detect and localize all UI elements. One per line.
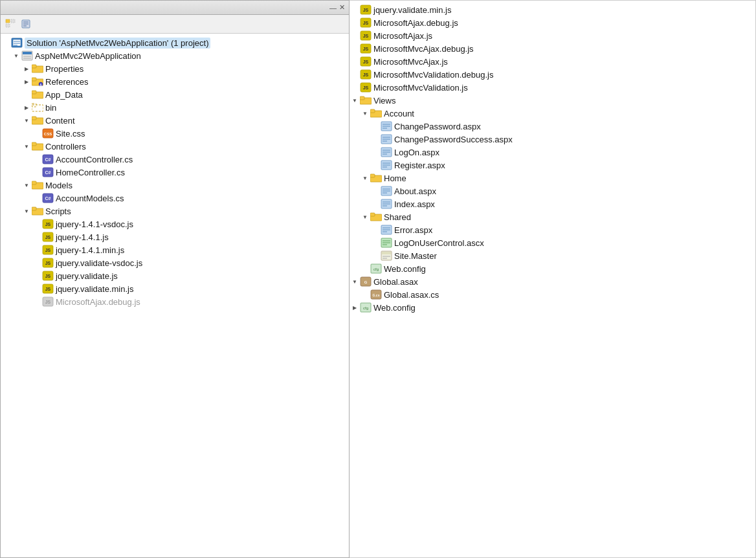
item-label-jquery_141_min: jquery-1.4.1.min.js [56, 245, 124, 255]
tree-item-jquery_validate[interactable]: JS jquery.validate.js [1, 269, 349, 282]
expand-btn-r_web_config[interactable]: ▶ [350, 302, 360, 313]
item-label-r_ms_mvc_ajax_debug: MicrosoftMvcAjax.debug.js [373, 44, 474, 54]
expand-btn-r_home[interactable]: ▼ [360, 173, 370, 183]
expand-btn-r_views[interactable]: ▼ [350, 95, 360, 106]
tree-item-site_css[interactable]: CSS Site.css [1, 127, 349, 140]
tree-item-r_jquery_validate_min[interactable]: JS jquery.validate.min.js [350, 3, 755, 16]
tree-item-jquery_vsdoc[interactable]: JS jquery-1.4.1-vsdoc.js [1, 218, 349, 230]
tree-item-r_global_asax[interactable]: ▼ G Global.asax [350, 275, 755, 288]
expand-btn-project[interactable]: ▼ [11, 50, 21, 61]
tree-item-r_ms_mvc_ajax_debug[interactable]: JS MicrosoftMvcAjax.debug.js [350, 42, 755, 55]
tree-item-r_web_config[interactable]: ▶ cfg Web.config [350, 301, 755, 314]
icon-aspx [381, 199, 392, 209]
item-label-project: AspNetMvc2WebApplication [35, 51, 141, 61]
item-label-site_css: Site.css [56, 129, 85, 139]
item-label-r_ms_mvc_validation_debug: MicrosoftMvcValidation.debug.js [373, 70, 493, 80]
tree-item-content[interactable]: ▼ Content [1, 114, 349, 127]
item-label-jquery_validate_min: jquery.validate.min.js [56, 284, 133, 294]
solution-explorer-panel: — ✕ Solution 'AspNetMvc2WebApplicati [0, 0, 350, 558]
icon-js-dim: JS [42, 296, 54, 307]
expand-btn-bin[interactable]: ▶ [21, 102, 32, 113]
tree-item-jquery_141_min[interactable]: JS jquery-1.4.1.min.js [1, 243, 349, 256]
expand-btn-r_global_asax[interactable]: ▼ [350, 276, 360, 287]
expand-btn-controllers[interactable]: ▼ [21, 141, 32, 151]
tree-item-r_ms_ajax_debug[interactable]: JS MicrosoftAjax.debug.js [350, 16, 755, 29]
tree-item-r_ms_ajax[interactable]: JS MicrosoftAjax.js [350, 29, 755, 42]
tree-item-controllers[interactable]: ▼ Controllers [1, 140, 349, 153]
icon-aspx [381, 121, 392, 131]
tree-item-r_home[interactable]: ▼ Home [350, 172, 755, 184]
item-label-solution: Solution 'AspNetMvc2WebApplication' (1 p… [25, 38, 210, 48]
tree-item-r_change_pwd[interactable]: ChangePassword.aspx [350, 120, 755, 133]
svg-text:&: & [39, 83, 42, 87]
tree-item-r_site_master[interactable]: Site.Master [350, 249, 755, 262]
expand-btn-r_ms_ajax_debug [350, 17, 360, 28]
tree-item-properties[interactable]: ▶ Properties [1, 62, 349, 75]
tree-item-r_error[interactable]: Error.aspx [350, 223, 755, 236]
tree-item-r_register[interactable]: Register.aspx [350, 159, 755, 172]
tree-item-r_views[interactable]: ▼ Views [350, 94, 755, 107]
tree-item-r_about[interactable]: About.aspx [350, 184, 755, 197]
expand-btn-r_shared[interactable]: ▼ [360, 212, 370, 222]
tree-item-models[interactable]: ▼ Models [1, 179, 349, 192]
svg-text:JS: JS [363, 73, 369, 77]
icon-aspx [381, 134, 392, 144]
tree-item-r_ms_mvc_ajax[interactable]: JS MicrosoftMvcAjax.js [350, 55, 755, 68]
show-all-files-button[interactable] [3, 17, 17, 31]
svg-rect-27 [32, 117, 36, 120]
expand-btn-r_ms_mvc_ajax [350, 56, 360, 67]
expand-btn-content[interactable]: ▼ [21, 115, 32, 126]
item-label-jquery_vsdoc: jquery-1.4.1-vsdoc.js [56, 219, 133, 229]
expand-btn-references[interactable]: ▶ [21, 76, 32, 87]
tree-item-jquery_validate_vsdoc[interactable]: JS jquery.validate-vsdoc.js [1, 256, 349, 269]
item-label-r_home: Home [384, 173, 406, 183]
svg-text:JS: JS [363, 60, 369, 64]
expand-btn-r_account[interactable]: ▼ [360, 108, 370, 118]
tree-item-jquery_141[interactable]: JS jquery-1.4.1.js [1, 230, 349, 243]
item-label-r_shared: Shared [384, 212, 411, 222]
close-icon[interactable]: ✕ [339, 3, 345, 12]
tree-item-jquery_validate_min[interactable]: JS jquery.validate.min.js [1, 282, 349, 295]
svg-text:CSS: CSS [44, 132, 52, 136]
item-label-bin: bin [45, 103, 56, 113]
tree-item-solution[interactable]: Solution 'AspNetMvc2WebApplication' (1 p… [1, 36, 349, 49]
item-label-jquery_141: jquery-1.4.1.js [56, 232, 109, 242]
tree-item-r_views_web_config[interactable]: cfg Web.config [350, 262, 755, 275]
tree-item-r_logon_control[interactable]: LogOnUserControl.ascx [350, 236, 755, 249]
tree-item-r_change_pwd_success[interactable]: ChangePasswordSuccess.aspx [350, 133, 755, 146]
icon-folder [32, 63, 43, 74]
expand-btn-models[interactable]: ▼ [21, 180, 32, 190]
tree-item-scripts[interactable]: ▼ Scripts [1, 205, 349, 218]
tree-item-app_data[interactable]: App_Data [1, 88, 349, 101]
tree-item-project[interactable]: ▼ AspNetMvc2WebApplication [1, 49, 349, 62]
tree-item-references[interactable]: ▶ & References [1, 75, 349, 88]
tree-item-ms_ajax_debug_dim[interactable]: JS MicrosoftAjax.debug.js [1, 295, 349, 308]
tree-item-account_controller[interactable]: C# AccountController.cs [1, 153, 349, 166]
item-label-r_logon: LogOn.aspx [394, 148, 439, 157]
expand-btn-scripts[interactable]: ▼ [21, 206, 32, 216]
icon-folder [370, 212, 382, 222]
toolbar [1, 15, 349, 34]
icon-js: JS [42, 271, 54, 281]
svg-rect-13 [23, 52, 32, 54]
tree-item-r_shared[interactable]: ▼ Shared [350, 210, 755, 223]
tree-item-account_models[interactable]: C# AccountModels.cs [1, 192, 349, 205]
expand-btn-jquery_validate [32, 271, 42, 281]
item-label-account_models: AccountModels.cs [56, 194, 124, 203]
tree-item-r_account[interactable]: ▼ Account [350, 107, 755, 120]
tree-item-r_ms_mvc_validation_debug[interactable]: JS MicrosoftMvcValidation.debug.js [350, 68, 755, 81]
tree-item-r_logon[interactable]: LogOn.aspx [350, 146, 755, 159]
svg-rect-23 [32, 91, 36, 94]
tree-item-home_controller[interactable]: C# HomeController.cs [1, 166, 349, 179]
expand-btn-r_change_pwd [370, 121, 381, 131]
pin-icon[interactable]: — [329, 4, 337, 12]
item-label-r_web_config: Web.config [373, 303, 416, 313]
icon-config: cfg [360, 302, 372, 313]
tree-item-r_ms_mvc_validation[interactable]: JS MicrosoftMvcValidation.js [350, 81, 755, 94]
properties-button[interactable] [19, 17, 33, 31]
item-label-r_ms_ajax: MicrosoftAjax.js [373, 31, 432, 41]
tree-item-bin[interactable]: ▶ bin [1, 101, 349, 114]
tree-item-r_global_asax_cs[interactable]: G.cs Global.asax.cs [350, 288, 755, 301]
expand-btn-properties[interactable]: ▶ [21, 63, 32, 74]
tree-item-r_index[interactable]: Index.aspx [350, 197, 755, 210]
